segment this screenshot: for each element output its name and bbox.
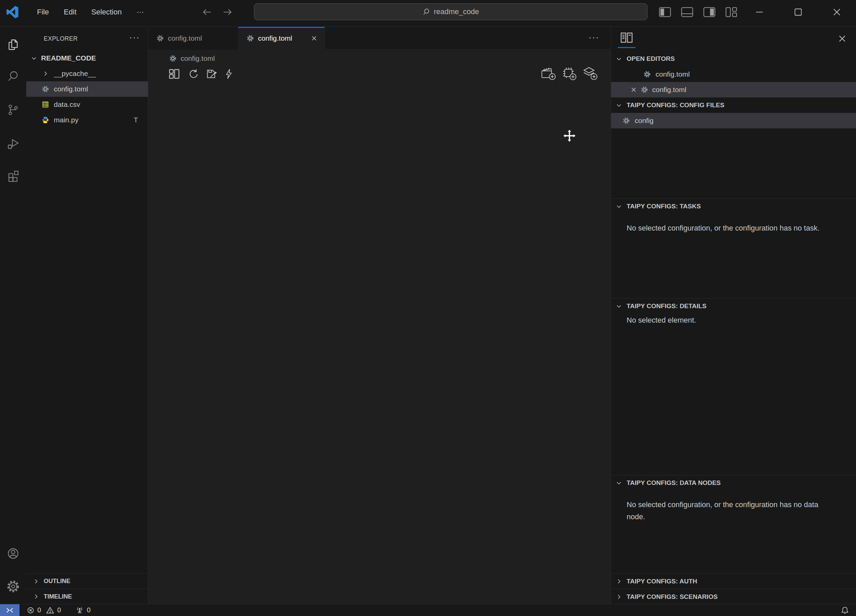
tab-label: config.toml	[168, 34, 202, 42]
details-empty-message: No selected element.	[611, 314, 856, 326]
scenarios-section: TAIPY CONFIGS: SCENARIOS	[611, 589, 856, 604]
menu-file[interactable]: File	[30, 5, 55, 19]
search-icon	[422, 8, 430, 15]
data-nodes-empty-message: No selected configuration, or the config…	[611, 499, 856, 523]
config-file-item[interactable]: config	[611, 113, 856, 128]
warnings-icon	[46, 607, 54, 614]
chevron-down-icon	[616, 480, 622, 486]
title-bar: File Edit Selection ··· rea	[0, 0, 856, 27]
refresh-icon[interactable]	[187, 69, 199, 79]
gear-file-icon	[42, 85, 49, 93]
section-title: OPEN EDITORS	[627, 55, 675, 63]
errors-icon	[27, 607, 34, 614]
minimize-button[interactable]	[740, 0, 779, 24]
menu-selection[interactable]: Selection	[85, 5, 128, 19]
tab-label: config.toml	[258, 34, 292, 42]
close-panel-icon[interactable]	[836, 33, 848, 45]
tasks-section: TAIPY CONFIGS: TASKS No selected configu…	[611, 198, 856, 234]
open-editor-item-active[interactable]: config.toml	[611, 82, 856, 97]
open-editors-and-files: OPEN EDITORS config.toml	[611, 51, 856, 128]
explorer-more-actions[interactable]: ···	[129, 32, 140, 43]
editor-more-actions[interactable]: ···	[589, 32, 599, 43]
tree-item-pycache[interactable]: __pycache__	[26, 66, 148, 81]
open-editor-item[interactable]: config.toml	[611, 66, 856, 82]
customize-layout-icon[interactable]	[725, 7, 737, 17]
layout-columns-icon[interactable]	[168, 69, 180, 79]
file-label: data.csv	[54, 100, 80, 109]
search-value: readme_code	[434, 8, 479, 16]
chevron-right-icon	[33, 593, 39, 599]
window-controls	[740, 0, 856, 24]
taipy-secondary-sidebar: OPEN EDITORS config.toml	[611, 27, 856, 604]
command-center-search[interactable]: readme_code	[254, 3, 647, 20]
open-book-icon[interactable]	[620, 32, 633, 44]
chevron-right-icon	[42, 71, 48, 77]
notifications-bell-icon[interactable]	[841, 606, 849, 614]
tree-root-readme-code[interactable]: README_CODE	[26, 51, 148, 66]
tab-config-toml-inactive[interactable]: config.toml	[148, 27, 239, 50]
explorer-view-icon[interactable]	[0, 29, 26, 60]
run-debug-icon[interactable]	[0, 128, 26, 159]
timeline-section-header[interactable]: TIMELINE	[26, 589, 148, 604]
chevron-down-icon	[616, 203, 622, 209]
tree-item-config-toml[interactable]: config.toml	[26, 81, 148, 97]
csv-table-icon	[42, 101, 49, 108]
extensions-view-icon[interactable]	[0, 160, 26, 192]
timeline-title: TIMELINE	[44, 593, 72, 600]
folder-label: __pycache__	[54, 69, 96, 78]
go-back-icon[interactable]	[202, 8, 212, 17]
accounts-icon[interactable]	[0, 538, 26, 569]
add-task-icon[interactable]	[562, 66, 577, 81]
gear-file-icon	[623, 117, 630, 124]
file-decoration-badge: T	[134, 116, 138, 124]
toggle-primary-sidebar-icon[interactable]	[659, 7, 671, 17]
vscode-window: File Edit Selection ··· rea	[0, 0, 856, 616]
close-editor-icon[interactable]	[631, 87, 637, 93]
tree-item-main-py[interactable]: main.py T	[26, 112, 148, 128]
scenarios-header[interactable]: TAIPY CONFIGS: SCENARIOS	[611, 589, 856, 605]
section-title: TAIPY CONFIGS: AUTH	[627, 578, 697, 585]
problems-indicator[interactable]: 0 0	[27, 606, 61, 614]
close-window-button[interactable]	[818, 0, 856, 24]
remote-indicator[interactable]	[0, 604, 20, 616]
menu-more[interactable]: ···	[130, 5, 151, 19]
python-file-icon	[42, 116, 49, 124]
save-edit-icon[interactable]	[205, 69, 217, 79]
tab-bar: config.toml config.toml	[148, 27, 611, 50]
auth-header[interactable]: TAIPY CONFIGS: AUTH	[611, 574, 856, 589]
warnings-count: 0	[57, 606, 61, 614]
toggle-panel-icon[interactable]	[681, 7, 693, 17]
details-header[interactable]: TAIPY CONFIGS: DETAILS	[611, 298, 856, 314]
gear-file-icon	[641, 86, 648, 94]
move-cursor-pointer	[562, 128, 577, 143]
lightning-icon[interactable]	[224, 69, 233, 79]
tab-config-toml-active[interactable]: config.toml	[239, 27, 325, 50]
add-scenario-icon[interactable]	[541, 66, 556, 81]
close-tab-icon[interactable]	[309, 33, 319, 43]
open-editors-header[interactable]: OPEN EDITORS	[611, 51, 856, 66]
toggle-secondary-sidebar-icon[interactable]	[703, 7, 715, 17]
tasks-empty-message: No selected configuration, or the config…	[611, 222, 856, 234]
tree-item-data-csv[interactable]: data.csv	[26, 97, 148, 112]
menu-edit[interactable]: Edit	[57, 5, 83, 19]
maximize-button[interactable]	[779, 0, 818, 24]
section-title: TAIPY CONFIGS: DETAILS	[627, 303, 707, 310]
file-tree: README_CODE __pycache__ config.	[26, 51, 148, 128]
breadcrumb[interactable]: config.toml	[169, 50, 215, 67]
add-datanode-icon[interactable]	[582, 66, 598, 81]
data-nodes-header[interactable]: TAIPY CONFIGS: DATA NODES	[611, 475, 856, 491]
go-forward-icon[interactable]	[222, 8, 233, 17]
gear-file-icon	[156, 35, 164, 42]
section-title: TAIPY CONFIGS: TASKS	[627, 203, 701, 210]
auth-section: TAIPY CONFIGS: AUTH	[611, 573, 856, 589]
settings-gear-icon[interactable]	[0, 571, 26, 602]
config-files-header[interactable]: TAIPY CONFIGS: CONFIG FILES	[611, 97, 856, 113]
ports-indicator[interactable]: 0	[76, 606, 91, 614]
open-editor-label: config.toml	[652, 86, 687, 94]
search-view-icon[interactable]	[0, 60, 26, 92]
open-editor-label: config.toml	[656, 70, 690, 78]
workbench: EXPLORER ··· README_CODE __pycache__	[0, 27, 856, 604]
outline-section-header[interactable]: OUTLINE	[26, 573, 148, 589]
source-control-icon[interactable]	[0, 94, 26, 126]
tasks-header[interactable]: TAIPY CONFIGS: TASKS	[611, 199, 856, 214]
